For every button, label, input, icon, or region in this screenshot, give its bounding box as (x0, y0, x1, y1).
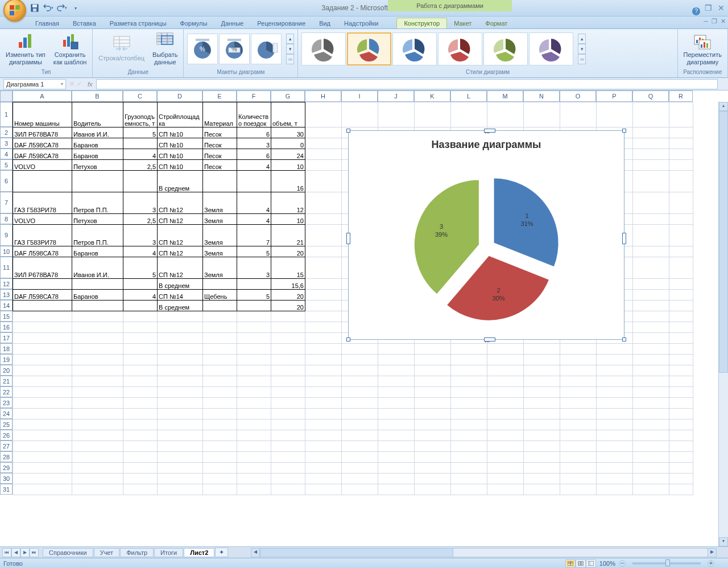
col-header-E[interactable]: E (202, 90, 237, 102)
doc-close-button[interactable]: ✕ (721, 18, 726, 25)
styles-scroll-up[interactable]: ▴ (578, 34, 586, 44)
col-header-I[interactable]: I (341, 90, 378, 102)
col-header-M[interactable]: M (487, 90, 523, 102)
name-box[interactable]: Диаграмма 1▾ (3, 79, 66, 89)
row-header-22[interactable]: 22 (0, 386, 13, 397)
row-header-24[interactable]: 24 (0, 408, 13, 419)
sheet-tab-Лист2[interactable]: Лист2 (184, 548, 214, 557)
zoom-in-button[interactable]: + (708, 560, 714, 567)
chart-style-2[interactable] (347, 32, 391, 65)
sheet-nav-last[interactable]: ⏭ (30, 548, 39, 557)
view-pagebreak-button[interactable] (586, 559, 596, 567)
tab-review[interactable]: Рецензирование (250, 18, 312, 28)
vertical-scrollbar[interactable]: ▴ ▾ (718, 102, 728, 546)
worksheet-grid[interactable]: ABCDEFGHIJKLMNOPQR 123456789101112131415… (0, 90, 728, 546)
row-header-23[interactable]: 23 (0, 397, 13, 408)
tab-formulas[interactable]: Формулы (173, 18, 214, 28)
row-header-8[interactable]: 8 (0, 213, 13, 224)
redo-button[interactable]: ▾ (56, 2, 68, 14)
zoom-out-button[interactable]: − (619, 560, 626, 567)
tab-layout[interactable]: Макет (447, 18, 478, 28)
row-header-5[interactable]: 5 (0, 159, 13, 170)
row-header-13[interactable]: 13 (0, 289, 13, 300)
styles-more[interactable]: ═ (578, 54, 586, 64)
col-header-L[interactable]: L (450, 90, 487, 102)
save-button[interactable] (28, 2, 41, 14)
hscroll-thumb[interactable] (260, 548, 453, 557)
tab-data[interactable]: Данные (214, 18, 250, 28)
tab-pagelayout[interactable]: Разметка страницы (103, 18, 173, 28)
row-header-10[interactable]: 10 (0, 246, 13, 257)
qat-customize-button[interactable]: ▾ (69, 2, 82, 14)
row-header-27[interactable]: 27 (0, 441, 13, 451)
undo-button[interactable]: ▾ (42, 2, 55, 14)
doc-minimize-button[interactable]: ─ (704, 18, 708, 25)
row-header-16[interactable]: 16 (0, 322, 13, 332)
col-header-Q[interactable]: Q (632, 90, 669, 102)
col-header-O[interactable]: O (560, 90, 596, 102)
chart-title[interactable]: Название диаграммы (349, 139, 624, 151)
col-header-F[interactable]: F (237, 90, 271, 102)
row-header-15[interactable]: 15 (0, 311, 13, 322)
col-header-K[interactable]: K (414, 90, 450, 102)
save-as-template-button[interactable]: Сохранить как шаблон (51, 31, 89, 67)
row-header-18[interactable]: 18 (0, 343, 13, 354)
row-header-28[interactable]: 28 (0, 451, 13, 462)
chart-layout-1[interactable]: % (187, 34, 218, 64)
tab-format[interactable]: Формат (478, 18, 514, 28)
layouts-scroll-up[interactable]: ▴ (286, 34, 294, 44)
chart-style-1[interactable] (301, 32, 346, 65)
sheet-nav-prev[interactable]: ◀ (11, 548, 20, 557)
sheet-tab-Итоги[interactable]: Итоги (154, 548, 183, 557)
col-header-H[interactable]: H (305, 90, 341, 102)
hscroll-right-button[interactable]: ▶ (708, 548, 717, 557)
row-header-4[interactable]: 4 (0, 149, 13, 159)
chart-style-5[interactable] (483, 32, 528, 65)
col-header-G[interactable]: G (271, 90, 305, 102)
restore-button[interactable]: ❐ (704, 3, 713, 13)
row-header-9[interactable]: 9 (0, 224, 13, 246)
col-header-P[interactable]: P (596, 90, 632, 102)
scroll-up-button[interactable]: ▴ (719, 102, 728, 111)
chart-layout-3[interactable] (251, 34, 282, 64)
row-header-25[interactable]: 25 (0, 419, 13, 430)
col-header-D[interactable]: D (157, 90, 202, 102)
pie-chart-plot[interactable]: 131%230%339% (349, 151, 625, 333)
tab-design[interactable]: Конструктор (396, 18, 447, 28)
row-header-12[interactable]: 12 (0, 278, 13, 289)
tab-home[interactable]: Главная (28, 18, 66, 28)
row-header-6[interactable]: 6 (0, 170, 13, 192)
row-header-14[interactable]: 14 (0, 300, 13, 311)
tab-view[interactable]: Вид (312, 18, 337, 28)
view-normal-button[interactable] (565, 559, 576, 567)
row-header-21[interactable]: 21 (0, 376, 13, 386)
row-header-2[interactable]: 2 (0, 127, 13, 138)
tab-insert[interactable]: Вставка (66, 18, 103, 28)
view-pagelayout-button[interactable] (576, 559, 586, 567)
new-sheet-button[interactable]: ✦ (215, 548, 228, 557)
select-data-button[interactable]: Выбрать данные (150, 31, 180, 67)
sheet-nav-next[interactable]: ▶ (20, 548, 30, 557)
horizontal-scrollbar[interactable]: ◀ ▶ (251, 548, 717, 557)
chart-style-3[interactable] (392, 32, 437, 65)
switch-row-column-button[interactable]: Строка/столбец (96, 34, 147, 63)
hscroll-left-button[interactable]: ◀ (251, 548, 260, 557)
scroll-down-button[interactable]: ▾ (719, 537, 728, 546)
sheet-tab-Справочники[interactable]: Справочники (43, 548, 93, 557)
select-all-corner[interactable] (0, 90, 13, 102)
vscroll-thumb[interactable] (719, 111, 728, 373)
chart-style-4[interactable] (438, 32, 482, 65)
row-header-31[interactable]: 31 (0, 484, 13, 495)
sheet-nav-first[interactable]: ⏮ (2, 548, 11, 557)
row-header-26[interactable]: 26 (0, 430, 13, 441)
doc-restore-button[interactable]: ❐ (712, 18, 717, 25)
formula-input[interactable] (96, 79, 718, 89)
col-header-J[interactable]: J (378, 90, 414, 102)
tab-addins[interactable]: Надстройки (337, 18, 385, 28)
layouts-scroll-down[interactable]: ▾ (286, 44, 294, 54)
close-button[interactable]: ✕ (717, 3, 726, 13)
move-chart-button[interactable]: Переместить диаграмму (681, 31, 724, 67)
embedded-chart[interactable]: ∙∙∙∙∙∙ Название диаграммы 131%230%339% (348, 130, 624, 340)
row-header-11[interactable]: 11 (0, 257, 13, 278)
sheet-tab-Фильтр[interactable]: Фильтр (120, 548, 154, 557)
